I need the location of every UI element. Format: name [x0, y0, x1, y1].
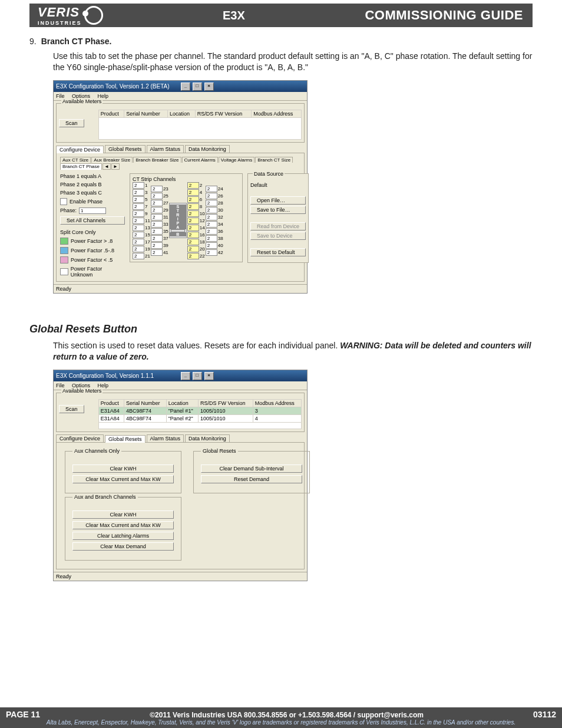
- ct-channel-16[interactable]: 216: [187, 232, 205, 238]
- ct-channel-34[interactable]: 234: [206, 221, 223, 228]
- ct-channel-42[interactable]: 242: [206, 249, 223, 256]
- phase-select[interactable]: 1: [79, 207, 106, 214]
- col-modbus[interactable]: Modbus Address: [252, 110, 302, 117]
- save-device-button[interactable]: Save to Device: [250, 232, 306, 240]
- ct-channel-19[interactable]: 219: [133, 246, 150, 252]
- aux-clear-kwh-button[interactable]: Clear KWH: [72, 465, 174, 473]
- ct-channel-28[interactable]: 228: [206, 200, 223, 206]
- subtab-scroll-right-icon[interactable]: ►: [111, 163, 120, 170]
- ct-channel-14[interactable]: 214: [187, 225, 205, 231]
- ct-channel-20[interactable]: 220: [187, 246, 205, 252]
- both-clear-max-button[interactable]: Clear Max Current and Max KW: [72, 521, 174, 529]
- tab-alarm-status[interactable]: Alarm Status: [147, 145, 184, 153]
- ct-channel-18[interactable]: 218: [187, 239, 205, 245]
- tab-global-resets[interactable]: Global Resets: [105, 145, 146, 153]
- clear-demand-sub-button[interactable]: Clear Demand Sub-Interval: [201, 465, 302, 473]
- subtab-voltage-alarms[interactable]: Voltage Alarms: [219, 157, 254, 163]
- col-location[interactable]: Location: [166, 399, 198, 407]
- ct-channel-8[interactable]: 28: [187, 203, 205, 210]
- col-fw[interactable]: RS/DS FW Version: [195, 110, 252, 117]
- main-tabs: Configure Device Global Resets Alarm Sta…: [56, 434, 305, 442]
- tab-data-monitoring[interactable]: Data Monitoring: [185, 145, 230, 153]
- ct-channel-25[interactable]: 225: [151, 193, 168, 199]
- subtab-current-alarms[interactable]: Current Alarms: [182, 157, 218, 163]
- col-product[interactable]: Product: [98, 399, 124, 407]
- subtab-branch-breaker[interactable]: Branch Breaker Size: [133, 157, 181, 163]
- tab-global-resets[interactable]: Global Resets: [105, 435, 146, 443]
- subtab-aux-breaker[interactable]: Aux Breaker Size: [91, 157, 133, 163]
- ct-channel-15[interactable]: 215: [133, 232, 150, 238]
- reset-demand-button[interactable]: Reset Demand: [201, 475, 302, 483]
- close-icon[interactable]: ×: [204, 83, 214, 91]
- scan-button[interactable]: Scan: [59, 119, 84, 127]
- tab-configure[interactable]: Configure Device: [56, 146, 104, 153]
- col-modbus[interactable]: Modbus Address: [253, 399, 301, 407]
- ct-channel-27[interactable]: 227: [151, 200, 168, 206]
- ct-channel-7[interactable]: 27: [133, 203, 150, 210]
- scan-button[interactable]: Scan: [59, 405, 84, 413]
- ct-channel-17[interactable]: 217: [133, 239, 150, 245]
- subtab-branch-ct-size[interactable]: Branch CT Size: [255, 157, 293, 163]
- both-clear-latching-button[interactable]: Clear Latching Alarms: [72, 532, 174, 540]
- ct-channel-30[interactable]: 230: [206, 207, 223, 213]
- enable-phase-checkbox[interactable]: [60, 198, 67, 205]
- ct-channel-37[interactable]: 237: [151, 235, 168, 242]
- ct-channel-22[interactable]: 222: [187, 253, 205, 259]
- ct-channel-38[interactable]: 238: [206, 235, 223, 242]
- ct-channel-23[interactable]: 223: [151, 186, 168, 192]
- col-serial[interactable]: Serial Number: [124, 110, 168, 117]
- ct-channel-6[interactable]: 26: [187, 196, 205, 203]
- table-row[interactable]: E31A844BC98F74"Panel #1"1005/10103: [98, 407, 301, 414]
- col-serial[interactable]: Serial Number: [124, 399, 167, 407]
- ct-channel-1[interactable]: 21: [133, 182, 150, 189]
- tab-alarm-status[interactable]: Alarm Status: [147, 434, 184, 442]
- open-file-button[interactable]: Open File…: [250, 196, 306, 205]
- col-location[interactable]: Location: [167, 110, 195, 117]
- close-icon[interactable]: ×: [204, 372, 214, 380]
- ct-channel-26[interactable]: 226: [206, 193, 223, 199]
- ct-channel-36[interactable]: 236: [206, 228, 223, 235]
- ct-channel-24[interactable]: 224: [206, 186, 223, 192]
- ct-channel-31[interactable]: 231: [151, 214, 168, 220]
- table-row[interactable]: E31A844BC98F74"Panel #2"1005/10104: [98, 414, 301, 422]
- ct-channel-32[interactable]: 232: [206, 214, 223, 220]
- reset-default-button[interactable]: Reset to Default: [250, 248, 306, 256]
- ct-channel-21[interactable]: 221: [133, 253, 150, 259]
- ct-channel-10[interactable]: 210: [187, 210, 205, 217]
- set-all-channels-button[interactable]: Set All Channels: [60, 216, 125, 225]
- aux-clear-max-button[interactable]: Clear Max Current and Max KW: [72, 475, 174, 483]
- maximize-icon[interactable]: □: [193, 372, 202, 380]
- ct-channel-41[interactable]: 241: [151, 249, 168, 256]
- maximize-icon[interactable]: □: [193, 83, 202, 91]
- ct-channel-40[interactable]: 240: [206, 242, 223, 249]
- ct-channel-13[interactable]: 213: [133, 225, 150, 231]
- product-code: E3X: [103, 9, 365, 22]
- minimize-icon[interactable]: _: [181, 83, 190, 91]
- ct-channel-2[interactable]: 22: [187, 182, 205, 189]
- subtab-scroll-left-icon[interactable]: ◄: [103, 163, 111, 170]
- tab-data-monitoring[interactable]: Data Monitoring: [185, 434, 230, 442]
- global-resets-box: Global Resets Clear Demand Sub-Interval …: [193, 451, 310, 493]
- global-resets-body: Aux Channels Only Clear KWH Clear Max Cu…: [56, 442, 305, 569]
- meters-table: Product Serial Number Location RS/DS FW …: [98, 399, 302, 429]
- ct-channel-29[interactable]: 229: [151, 207, 168, 213]
- ct-channel-35[interactable]: 235: [151, 228, 168, 235]
- col-fw[interactable]: RS/DS FW Version: [198, 399, 253, 407]
- col-product[interactable]: Product: [98, 110, 124, 117]
- both-clear-kwh-button[interactable]: Clear KWH: [72, 510, 174, 519]
- ct-channel-39[interactable]: 239: [151, 242, 168, 249]
- ct-channel-12[interactable]: 212: [187, 218, 205, 224]
- ct-channel-5[interactable]: 25: [133, 196, 150, 203]
- ct-channel-9[interactable]: 29: [133, 210, 150, 217]
- ct-channel-11[interactable]: 211: [133, 218, 150, 224]
- ct-channel-4[interactable]: 24: [187, 189, 205, 196]
- subtab-branch-ct-phase[interactable]: Branch CT Phase: [60, 163, 102, 170]
- tab-configure[interactable]: Configure Device: [56, 434, 104, 442]
- subtab-aux-ct[interactable]: Aux CT Size: [60, 157, 91, 163]
- both-clear-max-demand-button[interactable]: Clear Max Demand: [72, 542, 174, 551]
- save-file-button[interactable]: Save to File…: [250, 206, 306, 214]
- ct-channel-3[interactable]: 23: [133, 189, 150, 196]
- ct-channel-33[interactable]: 233: [151, 221, 168, 228]
- minimize-icon[interactable]: _: [181, 372, 190, 380]
- read-device-button[interactable]: Read from Device: [250, 222, 306, 230]
